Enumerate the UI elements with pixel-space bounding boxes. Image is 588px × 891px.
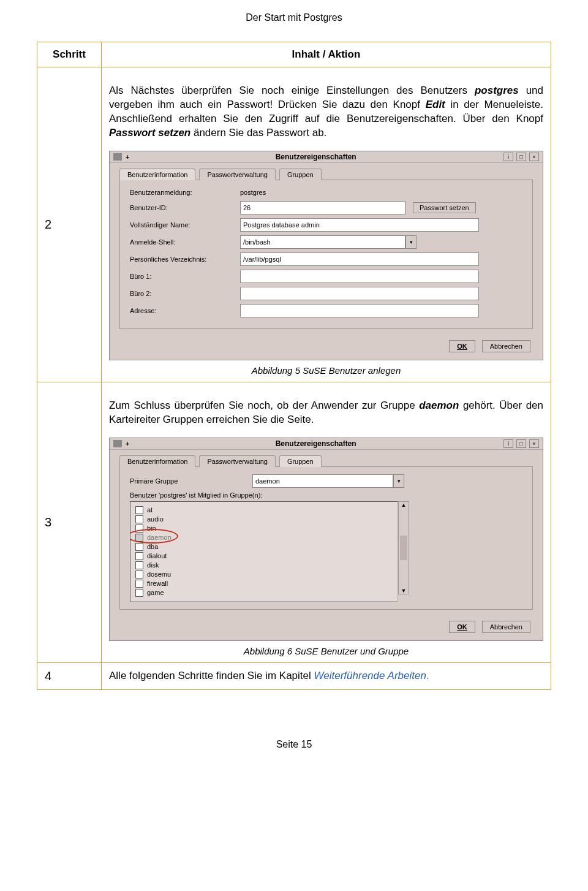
step-4-cell: Alle folgenden Schritte finden Sie im Ka… bbox=[102, 662, 551, 689]
label-vollname: Vollständiger Name: bbox=[130, 221, 240, 229]
document-title: Der Start mit Postgres bbox=[37, 12, 551, 23]
window-menu-icon[interactable] bbox=[113, 153, 122, 161]
label-mitglied-in-gruppen: Benutzer 'postgres' ist Mitglied in Grup… bbox=[130, 491, 522, 499]
group-listbox[interactable]: at audio bin daemon dba dialout disk bbox=[130, 501, 398, 602]
checkbox-icon[interactable] bbox=[135, 589, 143, 597]
scrollbar[interactable]: ▲ ▼ bbox=[398, 501, 409, 594]
input-shell[interactable] bbox=[240, 235, 405, 249]
window-title: Benutzereigenschaften bbox=[133, 439, 498, 448]
checkbox-icon[interactable] bbox=[135, 525, 143, 533]
tab-gruppen[interactable]: Gruppen bbox=[279, 169, 322, 180]
checkbox-icon[interactable] bbox=[135, 543, 143, 551]
input-buero1[interactable] bbox=[240, 270, 479, 283]
label-benutzeranmeldung: Benutzeranmeldung: bbox=[130, 189, 240, 196]
input-home[interactable] bbox=[240, 252, 479, 266]
minimize-icon[interactable]: i bbox=[503, 153, 513, 161]
group-item-daemon: daemon bbox=[147, 533, 172, 542]
group-item: disk bbox=[147, 561, 159, 570]
scroll-thumb[interactable] bbox=[400, 536, 407, 560]
label-shell: Anmelde-Shell: bbox=[130, 238, 240, 246]
window-menu-icon[interactable] bbox=[113, 440, 122, 447]
page-footer: Seite 15 bbox=[37, 739, 551, 750]
input-benutzer-id[interactable] bbox=[240, 201, 405, 214]
step-2-cell: Als Nächstes überprüfen Sie noch einige … bbox=[102, 67, 551, 382]
label-benutzer-id: Benutzer-ID: bbox=[130, 204, 240, 211]
passwort-setzen-button[interactable]: Passwort setzen bbox=[413, 202, 476, 213]
col-header-schritt: Schritt bbox=[37, 42, 102, 67]
link-weiterfuehrende-arbeiten[interactable]: Weiterführende Arbeiten bbox=[314, 670, 426, 681]
label-primaere-gruppe: Primäre Gruppe bbox=[130, 477, 252, 485]
label-adresse: Adresse: bbox=[130, 307, 240, 314]
dropdown-arrow-icon[interactable]: ▾ bbox=[405, 235, 417, 249]
checkbox-icon[interactable] bbox=[135, 580, 143, 588]
step-3-cell: Zum Schluss überprüfen Sie noch, ob der … bbox=[102, 382, 551, 662]
checkbox-icon[interactable] bbox=[135, 506, 143, 514]
caption-abbildung-6: Abbildung 6 SuSE Benutzer und Gruppe bbox=[109, 646, 543, 656]
window-pin-icon[interactable]: + bbox=[126, 153, 129, 161]
group-item: firewall bbox=[147, 579, 168, 588]
step-3-text: Zum Schluss überprüfen Sie noch, ob der … bbox=[109, 399, 543, 427]
checkbox-icon[interactable] bbox=[135, 515, 143, 523]
window-title: Benutzereigenschaften bbox=[133, 153, 498, 161]
label-home: Persönliches Verzeichnis: bbox=[130, 256, 240, 263]
steps-table: Schritt Inhalt / Aktion 2 Als Nächstes ü… bbox=[37, 42, 551, 690]
ok-button[interactable]: OK bbox=[449, 621, 475, 633]
screenshot-benutzereigenschaften-info: + Benutzereigenschaften i □ × Benutzerin… bbox=[109, 151, 543, 360]
dropdown-arrow-icon[interactable]: ▾ bbox=[393, 474, 404, 488]
step-number-4: 4 bbox=[37, 662, 102, 689]
group-item: audio bbox=[147, 515, 164, 524]
scroll-up-icon[interactable]: ▲ bbox=[401, 502, 407, 508]
group-item: game bbox=[147, 588, 164, 597]
step-number-3: 3 bbox=[37, 382, 102, 662]
step-number-2: 2 bbox=[37, 67, 102, 382]
tab-gruppen[interactable]: Gruppen bbox=[279, 455, 322, 467]
checkbox-checked-icon[interactable] bbox=[135, 534, 143, 542]
minimize-icon[interactable]: i bbox=[503, 439, 513, 448]
abbrechen-button[interactable]: Abbrechen bbox=[482, 340, 530, 352]
tab-benutzerinformation[interactable]: Benutzerinformation bbox=[119, 455, 195, 467]
checkbox-icon[interactable] bbox=[135, 552, 143, 560]
input-vollname[interactable] bbox=[240, 218, 479, 232]
input-buero2[interactable] bbox=[240, 287, 479, 300]
input-adresse[interactable] bbox=[240, 304, 479, 317]
maximize-icon[interactable]: □ bbox=[516, 153, 526, 161]
tab-benutzerinformation[interactable]: Benutzerinformation bbox=[119, 169, 195, 180]
close-icon[interactable]: × bbox=[529, 439, 539, 448]
close-icon[interactable]: × bbox=[529, 153, 539, 161]
label-buero2: Büro 2: bbox=[130, 290, 240, 297]
value-benutzeranmeldung: postgres bbox=[240, 188, 266, 197]
group-item: dialout bbox=[147, 552, 167, 561]
screenshot-benutzereigenschaften-gruppen: + Benutzereigenschaften i □ × Benutzerin… bbox=[109, 438, 543, 641]
tab-passwortverwaltung[interactable]: Passwortverwaltung bbox=[199, 455, 275, 467]
maximize-icon[interactable]: □ bbox=[516, 439, 526, 448]
scroll-down-icon[interactable]: ▼ bbox=[401, 588, 407, 594]
abbrechen-button[interactable]: Abbrechen bbox=[482, 621, 530, 633]
caption-abbildung-5: Abbildung 5 SuSE Benutzer anlegen bbox=[109, 365, 543, 376]
checkbox-icon[interactable] bbox=[135, 571, 143, 578]
group-item: at bbox=[147, 506, 153, 515]
tab-passwortverwaltung[interactable]: Passwortverwaltung bbox=[199, 169, 275, 180]
input-primaere-gruppe[interactable] bbox=[252, 474, 393, 488]
col-header-inhalt: Inhalt / Aktion bbox=[102, 42, 551, 67]
label-buero1: Büro 1: bbox=[130, 273, 240, 280]
group-item: dba bbox=[147, 542, 158, 552]
group-item: bin bbox=[147, 524, 156, 533]
checkbox-icon[interactable] bbox=[135, 561, 143, 569]
ok-button[interactable]: OK bbox=[449, 340, 475, 352]
group-item: dosemu bbox=[147, 570, 171, 579]
step-2-text: Als Nächstes überprüfen Sie noch einige … bbox=[109, 84, 543, 140]
window-pin-icon[interactable]: + bbox=[126, 440, 129, 447]
